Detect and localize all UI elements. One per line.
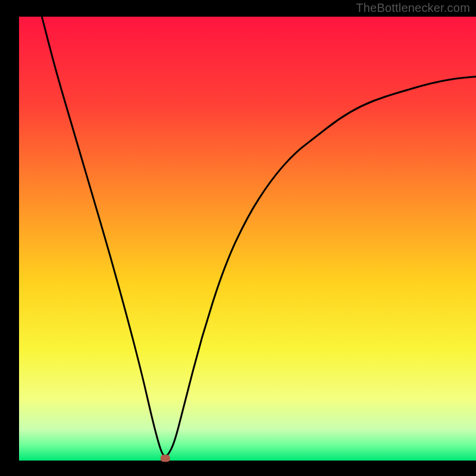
plot-area [19,17,476,461]
chart-frame: TheBottlenecker.com [0,0,476,476]
optimal-marker [161,455,170,462]
bottleneck-chart [0,0,476,476]
